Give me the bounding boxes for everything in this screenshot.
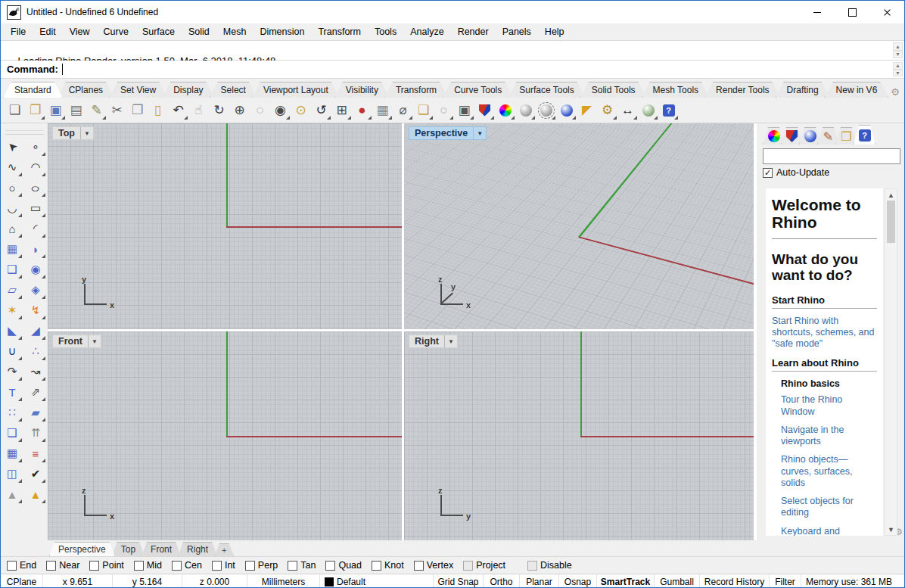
surface-from-points-icon[interactable]: ▦ bbox=[2, 239, 23, 259]
control-point-curve-icon[interactable]: ∿ bbox=[2, 157, 23, 177]
menu-edit[interactable]: Edit bbox=[33, 25, 63, 39]
toolbar-tab-viewport-layout[interactable]: Viewport Layout bbox=[252, 82, 340, 98]
chamfer-edge-icon[interactable]: ◢ bbox=[26, 321, 46, 341]
osnap-project[interactable]: Project bbox=[463, 560, 505, 571]
checkbox-icon[interactable] bbox=[527, 561, 537, 571]
help-link-start-rhino-with-shortcuts-sch[interactable]: Start Rhino with shortcuts, schemes, and… bbox=[772, 316, 877, 350]
status-gumball[interactable]: Gumball bbox=[655, 574, 700, 588]
status-ortho[interactable]: Ortho bbox=[484, 574, 520, 588]
help-link-rhino-objects-curves-surfaces-[interactable]: Rhino objects—curves, surfaces, solids bbox=[781, 454, 877, 489]
arc-icon[interactable]: ◡ bbox=[2, 198, 23, 218]
viewport-tab-right[interactable]: Right bbox=[178, 542, 217, 556]
toolbar-tab-surface-tools[interactable]: Surface Tools bbox=[508, 82, 586, 98]
undo-view-change-icon[interactable]: ↺ bbox=[311, 100, 331, 120]
rotate-view-icon[interactable]: ↻ bbox=[209, 100, 229, 120]
circle-icon[interactable]: ○ bbox=[2, 178, 23, 198]
auto-update-checkbox[interactable]: Auto-Update bbox=[763, 167, 898, 178]
display-tab[interactable] bbox=[763, 127, 785, 145]
menu-view[interactable]: View bbox=[63, 25, 97, 39]
osnap-perp[interactable]: Perp bbox=[245, 560, 278, 571]
osnap-disable[interactable]: Disable bbox=[527, 560, 572, 571]
copy-objects-icon[interactable]: ∷ bbox=[2, 403, 23, 422]
box-icon[interactable]: ❑ bbox=[2, 260, 23, 279]
extrude-solid-icon[interactable]: ❑ bbox=[2, 423, 23, 443]
menu-surface[interactable]: Surface bbox=[135, 25, 182, 39]
viewport-perspective[interactable]: Perspective ▼ z y x bbox=[404, 123, 754, 329]
checkbox-icon[interactable] bbox=[414, 561, 424, 571]
chevron-down-icon[interactable]: ▼ bbox=[473, 127, 486, 139]
surface-network-icon[interactable]: ◈ bbox=[26, 280, 46, 300]
status-y-5-164[interactable]: y 5.164 bbox=[113, 574, 182, 588]
toolbar-tab-select[interactable]: Select bbox=[210, 82, 257, 98]
trim-icon[interactable]: ↯ bbox=[26, 300, 46, 320]
spinner-down-icon[interactable]: ▼ bbox=[893, 70, 903, 77]
checkbox-icon[interactable] bbox=[212, 561, 222, 571]
open-folder-icon[interactable]: ❐ bbox=[25, 100, 45, 120]
check-objects-icon[interactable]: ✔ bbox=[26, 464, 46, 484]
viewport-top[interactable]: Top ▼ y x bbox=[48, 123, 402, 329]
interpolate-curve-icon[interactable]: ◠ bbox=[26, 157, 46, 177]
viewport-front-label[interactable]: Front ▼ bbox=[52, 334, 101, 348]
checkbox-icon[interactable] bbox=[89, 561, 99, 571]
scroll-track[interactable] bbox=[885, 201, 897, 524]
checkbox-icon[interactable] bbox=[245, 561, 255, 571]
options-gears-icon[interactable]: ⚙ bbox=[597, 100, 617, 120]
command-history[interactable]: Loading Rhino Render, version 1.50, Mar … bbox=[1, 40, 904, 61]
menu-help[interactable]: Help bbox=[538, 25, 571, 39]
paste-icon[interactable]: ▯ bbox=[148, 100, 168, 120]
print-icon[interactable]: ▤ bbox=[66, 100, 86, 120]
curved-surface-icon[interactable]: ◗ bbox=[26, 239, 46, 259]
osnap-knot[interactable]: Knot bbox=[372, 560, 404, 571]
help-link-tour-the-rhino-window[interactable]: Tour the Rhino Window bbox=[781, 394, 877, 418]
rebuild-curve-icon[interactable]: ↝ bbox=[26, 362, 46, 381]
viewport-top-label[interactable]: Top ▼ bbox=[52, 126, 94, 140]
extrude-surface-icon[interactable]: ⇈ bbox=[26, 423, 46, 443]
select-pointer-icon[interactable]: ➤ bbox=[2, 137, 23, 157]
menu-dimension[interactable]: Dimension bbox=[253, 25, 311, 39]
checkbox-icon[interactable] bbox=[46, 561, 56, 571]
circle-center-radius-icon[interactable]: ⌀ bbox=[393, 100, 413, 120]
osnap-point[interactable]: Point bbox=[89, 560, 124, 571]
cplane-grid-icon[interactable]: ▦ bbox=[372, 100, 393, 120]
checkbox-icon[interactable] bbox=[7, 561, 17, 571]
viewport-tab-perspective[interactable]: Perspective bbox=[49, 542, 115, 556]
viewport-perspective-label[interactable]: Perspective ▼ bbox=[409, 126, 487, 140]
materials-brush-tab[interactable]: ✎ bbox=[817, 127, 839, 145]
move-icon[interactable]: ⇗ bbox=[26, 382, 46, 402]
osnap-quad[interactable]: Quad bbox=[325, 560, 362, 571]
label-tag-icon[interactable]: ▰ bbox=[26, 403, 46, 422]
toolbar-tab-transform[interactable]: Transform bbox=[384, 82, 448, 98]
toolbar-tab-new-in-v6[interactable]: New in V6 bbox=[825, 82, 889, 98]
undo-icon[interactable]: ↶ bbox=[168, 100, 188, 120]
menu-file[interactable]: File bbox=[4, 25, 33, 39]
viewport-tab-front[interactable]: Front bbox=[142, 542, 181, 556]
checkbox-icon[interactable] bbox=[325, 561, 335, 571]
command-line[interactable]: Command: ▲ ▼ bbox=[1, 61, 904, 79]
lock-objects-icon[interactable]: ▣ bbox=[454, 100, 474, 120]
zoom-dynamic-icon[interactable]: ◌ bbox=[250, 100, 270, 120]
menu-transform[interactable]: Transform bbox=[311, 25, 368, 39]
viewport-front[interactable]: Front ▼ z x bbox=[48, 331, 402, 540]
toolbar-tab-visibility[interactable]: Visibility bbox=[334, 82, 390, 98]
array-rectangular-icon[interactable]: ▦ bbox=[2, 443, 23, 463]
viewport-right[interactable]: Right ▼ z y bbox=[404, 331, 754, 540]
help-tab[interactable] bbox=[854, 125, 875, 145]
checkbox-icon[interactable] bbox=[463, 561, 473, 571]
ellipse-icon[interactable]: ○ bbox=[26, 178, 46, 198]
menu-curve[interactable]: Curve bbox=[97, 25, 135, 39]
rhino-shield-icon[interactable] bbox=[474, 100, 495, 120]
status-x-9-651[interactable]: x 9.651 bbox=[43, 574, 113, 588]
status-osnap[interactable]: Osnap bbox=[559, 574, 597, 588]
render-globe-icon[interactable] bbox=[638, 100, 658, 120]
maximize-button[interactable] bbox=[835, 1, 869, 23]
checkbox-icon[interactable] bbox=[134, 561, 144, 571]
toolbar-tab-cplanes[interactable]: CPlanes bbox=[58, 82, 114, 98]
status-record-history[interactable]: Record History bbox=[700, 574, 770, 588]
viewport-layout-icon[interactable]: ⊞ bbox=[331, 100, 352, 120]
help-scrollbar[interactable]: ▲ ▼ bbox=[885, 188, 897, 536]
new-file-icon[interactable]: ❏ bbox=[5, 100, 25, 120]
cone-icon[interactable]: ▲ bbox=[2, 484, 23, 504]
render-sphere-icon[interactable] bbox=[556, 100, 577, 120]
spinner-up-icon[interactable]: ▲ bbox=[893, 62, 903, 70]
status-z-0-000[interactable]: z 0.000 bbox=[182, 574, 247, 588]
